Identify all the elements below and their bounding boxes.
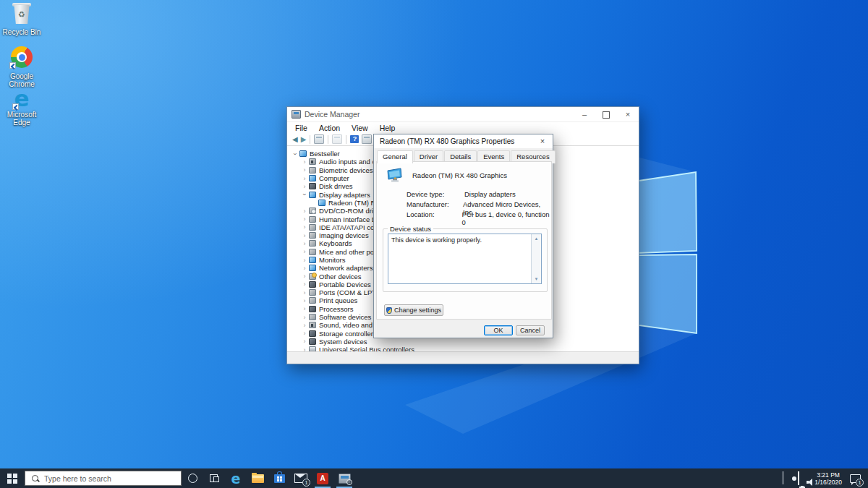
edge-icon: e [14,88,29,109]
desktop-icon-recycle-bin[interactable]: ♻ Recycle Bin [0,5,43,36]
ok-button[interactable]: OK [484,325,513,335]
forward-arrow-icon[interactable]: ▶ [301,134,307,145]
action-center-button[interactable]: 1 [846,468,865,488]
clock[interactable]: 3:21 PM 1/16/2020 [814,471,842,486]
display-device-icon [309,192,316,198]
chevron-right-icon[interactable]: › [301,207,308,215]
dialog-titlebar[interactable]: Radeon (TM) RX 480 Graphics Properties × [374,134,553,148]
network-device-icon [309,265,316,271]
menu-file[interactable]: File [289,124,313,132]
chevron-right-icon[interactable]: › [301,240,308,247]
properties-window-icon[interactable] [332,134,342,144]
dialog-close-button[interactable]: × [532,134,553,148]
tree-item[interactable]: ›System devices [287,338,639,346]
chevron-up-icon [783,471,783,484]
network-button[interactable] [798,472,799,485]
task-view-icon [210,474,219,482]
taskbar-app-edge[interactable]: e [225,468,247,488]
search-placeholder: Type here to search [44,474,111,483]
field-label: Device type: [407,190,464,198]
chevron-right-icon[interactable]: › [301,232,308,239]
start-button[interactable] [0,468,25,488]
tree-item-label: Display adapters [319,191,370,199]
system-tray: 3:21 PM 1/16/2020 1 [779,468,868,488]
chevron-right-icon[interactable]: › [301,158,308,166]
desktop-icon-microsoft-edge[interactable]: e Microsoft Edge [0,88,43,127]
menu-help[interactable]: Help [374,124,401,132]
chevron-right-icon[interactable]: › [301,281,308,288]
taskbar-app-file-explorer[interactable] [247,468,268,488]
change-settings-button[interactable]: Change settings [384,304,443,316]
dvd-device-icon [309,207,316,214]
maximize-button[interactable] [595,108,617,121]
minimize-button[interactable]: – [574,108,595,121]
display-adapter-icon [386,168,404,182]
search-input[interactable]: Type here to search [25,471,182,486]
chevron-right-icon[interactable]: › [301,297,308,304]
scan-window-icon[interactable] [362,134,372,144]
device-status-label: Device status [388,225,433,233]
screen: ♻ Recycle Bin Google Chrome e Microsoft … [0,0,868,488]
device-status-text: This device is working properly. [391,236,482,244]
device-manager-app-icon [292,110,301,119]
device-status-textbox[interactable]: This device is working properly. ▲ ▼ [388,234,542,284]
chevron-right-icon[interactable]: › [301,338,308,345]
help-icon[interactable]: ? [350,135,359,143]
sound-device-icon [309,322,316,328]
chevron-right-icon[interactable]: › [301,215,308,223]
chevron-right-icon[interactable]: › [301,257,308,264]
mouse-device-icon [309,249,316,255]
cancel-button[interactable]: Cancel [516,325,545,335]
notification-badge: 1 [302,479,310,487]
task-view-button[interactable] [203,468,225,488]
network-icon [798,471,799,485]
chevron-right-icon[interactable]: › [301,273,308,280]
tab-general[interactable]: General [377,150,413,163]
chevron-right-icon[interactable]: › [301,314,308,321]
portable-device-icon [309,281,316,288]
menu-view[interactable]: View [346,124,374,132]
chevron-down-icon[interactable]: › [292,150,299,158]
cortana-button[interactable] [182,468,203,488]
chevron-right-icon[interactable]: › [301,330,308,337]
change-settings-label: Change settings [394,307,441,314]
taskbar: Type here to search e1A 3:21 PM 1/16/202… [0,468,868,488]
chevron-right-icon[interactable]: › [301,223,308,231]
menu-action[interactable]: Action [313,124,346,132]
tree-item-label: Storage controllers [319,330,377,338]
console-window-icon[interactable] [314,134,324,144]
hidden-icons-button[interactable] [783,472,783,485]
chevron-right-icon[interactable]: › [301,183,308,190]
desktop-icon-label: Microsoft Edge [0,111,43,127]
close-button[interactable]: × [617,108,639,121]
status-scrollbar[interactable]: ▲ ▼ [531,234,541,283]
keyboard-device-icon [309,240,316,247]
desktop-icon-google-chrome[interactable]: Google Chrome [0,46,43,88]
separator [346,135,346,144]
chevron-right-icon[interactable]: › [301,248,308,255]
device-status-group: Device status This device is working pro… [383,228,548,292]
taskbar-app-mail[interactable]: 1 [290,468,312,488]
chevron-right-icon[interactable]: › [301,322,308,329]
chevron-right-icon[interactable]: › [301,175,308,182]
tree-item-label: System devices [319,338,367,346]
scroll-down-icon[interactable]: ▼ [532,275,541,283]
chevron-right-icon[interactable]: › [301,289,308,296]
taskbar-app-store[interactable] [268,468,290,488]
hid-device-icon [309,216,316,223]
tree-item-label: Imaging devices [319,231,369,239]
imaging-device-icon [309,232,316,239]
taskbar-app-acrobat[interactable]: A [312,468,333,488]
menu-bar: FileActionViewHelp [287,122,639,133]
chevron-right-icon[interactable]: › [301,305,308,312]
taskbar-app-device-manager[interactable] [333,468,355,488]
back-arrow-icon[interactable]: ◀ [292,134,298,145]
chevron-down-icon[interactable]: › [301,191,308,198]
scroll-up-icon[interactable]: ▲ [532,234,541,243]
computer-device-icon [299,150,307,157]
chevron-right-icon[interactable]: › [301,265,308,272]
chevron-right-icon[interactable]: › [301,166,308,174]
field-label: Location: [407,210,462,226]
tree-item-label: Bestseller [310,150,340,158]
device-manager-titlebar[interactable]: Device Manager – × [287,107,639,122]
